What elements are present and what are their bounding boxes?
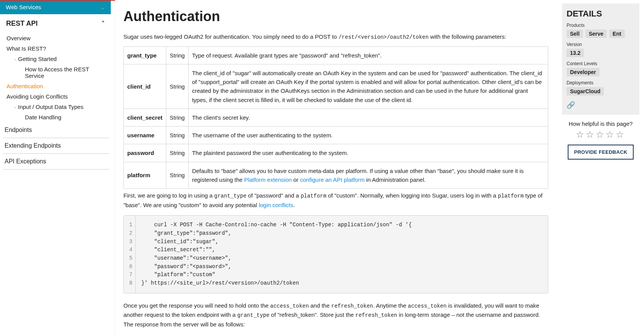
- param-type: String: [166, 64, 188, 109]
- details-panel: DETAILS Products Sell Serve Ent Version …: [557, 0, 644, 336]
- platform-extension-link[interactable]: Platform extension: [244, 176, 292, 183]
- sidebar-item-label: Input / Output Data Types: [18, 104, 84, 110]
- param-type: String: [166, 109, 188, 126]
- table-row: client_secretStringThe client's secret k…: [124, 109, 548, 126]
- sidebar-header[interactable]: Web Services ⌄: [0, 0, 111, 14]
- sidebar-header-label: Web Services: [6, 4, 41, 10]
- param-type: String: [166, 127, 188, 144]
- chevron-up-icon: ˄: [102, 20, 105, 27]
- param-name: client_secret: [124, 109, 166, 126]
- details-box: DETAILS Products Sell Serve Ent Version …: [562, 3, 639, 115]
- details-title: DETAILS: [567, 9, 635, 19]
- permalink-icon[interactable]: 🔗: [567, 101, 575, 109]
- sidebar-item-label: Getting Started: [18, 56, 57, 62]
- sidebar-item-overview[interactable]: Overview: [7, 33, 107, 43]
- configure-api-platform-link[interactable]: configure an API platform: [300, 176, 365, 183]
- table-row: client_idStringThe client_id of "sugar" …: [124, 64, 548, 109]
- sidebar-item-endpoints[interactable]: Endpoints: [3, 122, 109, 138]
- badge-serve: Serve: [585, 30, 607, 38]
- table-row: platformStringDefaults to "base" allows …: [124, 162, 548, 189]
- sidebar-item-authentication[interactable]: Authentication: [7, 81, 107, 91]
- sidebar: Web Services ⌄ REST API ˄ Overview What …: [0, 0, 115, 336]
- content-levels-label: Content Levels: [567, 61, 635, 66]
- sidebar-item-date-handling[interactable]: Date Handling: [7, 112, 107, 122]
- top-accent-bar: [0, 0, 115, 1]
- chevron-down-icon: ⌄: [100, 4, 105, 10]
- param-type: String: [166, 46, 188, 64]
- main-content: Authentication Sugar uses two-legged OAu…: [115, 0, 557, 336]
- param-desc: The client's secret key.: [188, 109, 548, 126]
- code-line-numbers: 12345678: [124, 216, 136, 293]
- badge-developer: Developer: [567, 68, 600, 76]
- table-row: grant_typeStringType of request. Availab…: [124, 46, 548, 64]
- chevron-down-icon: ⌄: [13, 105, 16, 109]
- param-desc: The username of the user authenticating …: [188, 127, 548, 144]
- param-desc: The plaintext password the user authenti…: [188, 144, 548, 162]
- param-type: String: [166, 144, 188, 162]
- chevron-down-icon: ⌄: [13, 57, 16, 61]
- sidebar-nav-list: Overview What Is REST? ⌄ Getting Started…: [0, 33, 111, 122]
- sidebar-item-getting-started[interactable]: ⌄ Getting Started: [7, 54, 107, 64]
- code-lines: curl -X POST -H Cache-Control:no-cache -…: [136, 216, 417, 293]
- code-block: 12345678 curl -X POST -H Cache-Control:n…: [123, 215, 548, 293]
- param-name: platform: [124, 162, 166, 189]
- param-type: String: [166, 162, 188, 189]
- sidebar-item-io-data-types[interactable]: ⌄ Input / Output Data Types: [7, 102, 107, 112]
- param-name: client_id: [124, 64, 166, 109]
- sidebar-item-what-is-rest[interactable]: What Is REST?: [7, 43, 107, 54]
- table-row: passwordStringThe plaintext password the…: [124, 144, 548, 162]
- param-desc: Defaults to "base" allows you to have cu…: [188, 162, 548, 189]
- sidebar-item-api-exceptions[interactable]: API Exceptions: [3, 154, 109, 170]
- sidebar-item-extending-endpoints[interactable]: Extending Endpoints: [3, 138, 109, 154]
- products-label: Products: [567, 23, 635, 28]
- table-row: usernameStringThe username of the user a…: [124, 127, 548, 144]
- param-name: username: [124, 127, 166, 144]
- badge-sugarcloud: SugarCloud: [567, 87, 604, 96]
- param-name: password: [124, 144, 166, 162]
- version-label: Version: [567, 42, 635, 47]
- helpful-label: How helpful is this page?: [562, 120, 639, 127]
- provide-feedback-button[interactable]: PROVIDE FEEDBACK: [568, 145, 633, 160]
- param-name: grant_type: [124, 46, 166, 64]
- badge-sell: Sell: [567, 30, 583, 38]
- endpoint-code: /rest/<version>/oauth2/token: [338, 34, 429, 40]
- param-desc: Type of request. Available grant types a…: [188, 46, 548, 64]
- deployments-label: Deployments: [567, 80, 635, 86]
- after-code-paragraph: Once you get the response you will need …: [123, 301, 548, 329]
- badge-ent: Ent: [609, 30, 625, 38]
- sidebar-item-avoiding-login-conflicts[interactable]: Avoiding Login Conflicts: [7, 91, 107, 102]
- parameters-table: grant_typeStringType of request. Availab…: [123, 46, 548, 189]
- badge-version: 13.2: [567, 49, 584, 57]
- sidebar-section-title: REST API: [6, 20, 38, 28]
- sidebar-item-how-to-access[interactable]: How to Access the REST Service: [7, 64, 107, 81]
- page-title: Authentication: [123, 8, 548, 25]
- intro-paragraph: Sugar uses two-legged OAuth2 for authent…: [123, 32, 548, 42]
- login-conflicts-link[interactable]: login conflicts: [259, 202, 293, 208]
- param-desc: The client_id of "sugar" will automatica…: [188, 64, 548, 109]
- rating-stars[interactable]: ☆☆☆☆☆: [562, 129, 639, 140]
- sidebar-section-toggle[interactable]: REST API ˄: [0, 14, 111, 33]
- grant-type-paragraph: First, we are going to log in using a gr…: [123, 191, 548, 209]
